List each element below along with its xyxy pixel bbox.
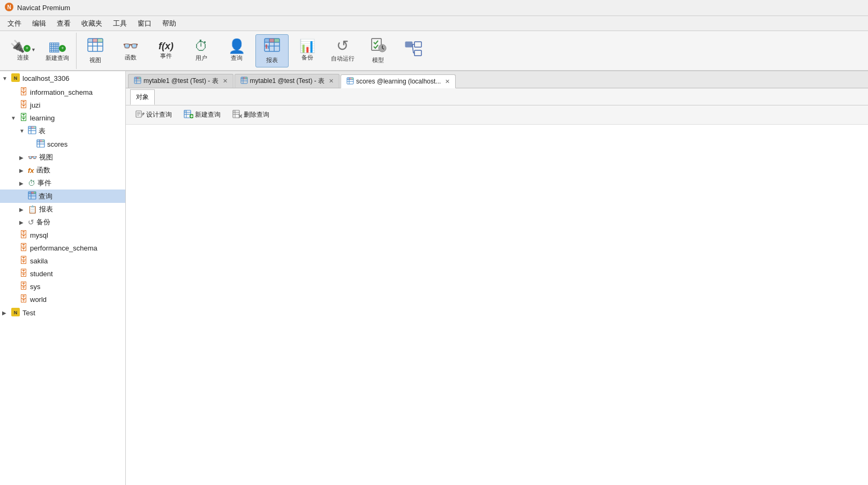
report-folder-icon: 📋 — [28, 205, 37, 214]
objectbar: 对象 — [126, 88, 868, 105]
toolbar-table-button[interactable]: 视图 — [79, 34, 112, 67]
obj-tab-objects[interactable]: 对象 — [130, 89, 155, 105]
db-label-juzi: juzi — [30, 101, 41, 109]
svg-rect-19 — [268, 47, 269, 49]
folder-functions-label: 函数 — [36, 165, 50, 175]
folder-queries-label: 查询 — [39, 192, 52, 201]
db-label-sakila: sakila — [30, 257, 48, 265]
tab-2[interactable]: mytable1 @test (Test) - 表 ✕ — [235, 74, 340, 88]
svg-rect-61 — [139, 77, 141, 79]
folder-views[interactable]: ▶ 👓 视图 — [0, 151, 125, 164]
menu-window[interactable]: 窗口 — [132, 17, 157, 30]
svg-rect-52 — [34, 192, 36, 194]
menu-help[interactable]: 帮助 — [157, 17, 182, 30]
toolbar-func-label: 事件 — [160, 52, 172, 60]
menu-edit[interactable]: 编辑 — [27, 17, 51, 30]
tab3-label: scores @learning (localhost... — [356, 78, 441, 85]
folder-queries[interactable]: 查询 — [0, 190, 125, 203]
menu-favorites[interactable]: 收藏夹 — [76, 17, 108, 30]
newquery-toolbar-label: 新建查询 — [46, 54, 69, 62]
tab1-close[interactable]: ✕ — [223, 78, 228, 85]
menu-view[interactable]: 查看 — [51, 17, 76, 30]
connection-test[interactable]: ▶ N Test — [0, 306, 125, 320]
folder-reports[interactable]: ▶ 📋 报表 — [0, 203, 125, 216]
db-sys[interactable]: 🗄 sys — [0, 280, 125, 293]
newquery-action-button[interactable]: 新建查询 — [179, 108, 225, 123]
menu-file[interactable]: 文件 — [2, 17, 27, 30]
db-juzi[interactable]: 🗄 juzi — [0, 98, 125, 111]
svg-rect-16 — [269, 39, 274, 42]
db-sakila[interactable]: 🗄 sakila — [0, 254, 125, 267]
func-icon: fx — [28, 166, 34, 175]
tab3-close[interactable]: ✕ — [445, 78, 450, 85]
svg-rect-37 — [31, 126, 34, 128]
toolbar-view-button[interactable]: 👓 函数 — [114, 34, 147, 67]
db-performance-schema[interactable]: 🗄 performance_schema — [0, 241, 125, 254]
folder-backup-label: 备份 — [36, 217, 50, 227]
test-icon: N — [11, 307, 20, 319]
svg-rect-50 — [28, 192, 31, 194]
folder-events[interactable]: ▶ ⏱ 事件 — [0, 177, 125, 190]
connect-label: 连接 — [17, 54, 29, 62]
newquery-action-label: 新建查询 — [195, 110, 221, 119]
svg-line-28 — [412, 44, 413, 53]
table-scores[interactable]: scores — [0, 138, 125, 151]
design-query-button[interactable]: 设计查询 — [130, 108, 177, 122]
folder-events-label: 事件 — [37, 178, 51, 188]
localhost-icon: N — [11, 73, 20, 84]
svg-rect-66 — [241, 77, 243, 79]
folder-tables[interactable]: ▼ 表 — [0, 124, 125, 138]
svg-rect-24 — [405, 42, 412, 47]
svg-rect-17 — [274, 39, 280, 42]
db-learning[interactable]: ▼ 🗄 learning — [0, 111, 125, 124]
toolbar-query-button[interactable]: 报表 — [255, 34, 289, 67]
tab2-close[interactable]: ✕ — [329, 78, 334, 85]
connection-localhost[interactable]: ▼ N localhost_3306 — [0, 71, 125, 86]
menu-tools[interactable]: 工具 — [108, 17, 132, 30]
svg-rect-44 — [40, 140, 42, 142]
content-area — [126, 125, 868, 485]
tabbar: mytable1 @test (Test) - 表 ✕ myt — [126, 71, 868, 88]
db-icon-world: 🗄 — [19, 294, 28, 304]
svg-rect-60 — [137, 77, 139, 79]
delete-query-button[interactable]: 删除查询 — [228, 108, 274, 123]
tab-1[interactable]: mytable1 @test (Test) - 表 ✕ — [128, 74, 233, 88]
scores-icon — [36, 139, 45, 149]
newquery-toolbar-button[interactable]: ▦ + 新建查询 — [42, 34, 73, 67]
backup-folder-icon: ↺ — [28, 218, 34, 226]
svg-rect-51 — [31, 192, 34, 194]
svg-rect-43 — [37, 140, 40, 142]
toolbar-event-button[interactable]: ⏱ 用户 — [185, 34, 218, 67]
db-student[interactable]: 🗄 student — [0, 267, 125, 280]
toolbar-backup-button[interactable]: ↺ 自动运行 — [326, 34, 359, 67]
tab3-icon — [346, 77, 354, 86]
svg-rect-26 — [414, 50, 421, 56]
views-icon: 👓 — [28, 153, 37, 162]
folder-backup[interactable]: ▶ ↺ 备份 — [0, 216, 125, 229]
tab2-icon — [240, 77, 248, 86]
app-title: Navicat Premium — [17, 4, 70, 12]
connect-button[interactable]: 🔌 + ▼ 连接 — [6, 34, 40, 67]
svg-rect-75 — [351, 78, 353, 80]
toolbar-report-label: 备份 — [301, 54, 313, 62]
db-world[interactable]: 🗄 world — [0, 293, 125, 306]
toolbar-model-button[interactable] — [397, 34, 430, 67]
delete-query-label: 删除查询 — [244, 110, 269, 119]
db-mysql[interactable]: 🗄 mysql — [0, 229, 125, 241]
tab-3[interactable]: scores @learning (localhost... ✕ — [341, 74, 456, 88]
design-query-icon — [135, 110, 145, 120]
menubar: 文件 编辑 查看 收藏夹 工具 窗口 帮助 — [0, 16, 868, 31]
svg-rect-68 — [245, 77, 247, 79]
db-label-sys: sys — [30, 283, 41, 291]
toolbar-user-button[interactable]: 👤 查询 — [220, 34, 253, 67]
folder-functions[interactable]: ▶ fx 函数 — [0, 164, 125, 177]
toolbar-func-button[interactable]: f(x) 事件 — [149, 34, 183, 67]
db-information-schema[interactable]: 🗄 information_schema — [0, 86, 125, 98]
toolbar-table-label: 视图 — [89, 56, 101, 64]
svg-rect-67 — [243, 77, 245, 79]
newquery-action-icon — [184, 110, 193, 120]
toolbar-report-button[interactable]: 📊 备份 — [291, 34, 324, 67]
db-icon-performance: 🗄 — [19, 243, 28, 253]
toolbar-autorun-button[interactable]: 模型 — [361, 34, 395, 67]
db-icon-sys: 🗄 — [19, 282, 28, 291]
